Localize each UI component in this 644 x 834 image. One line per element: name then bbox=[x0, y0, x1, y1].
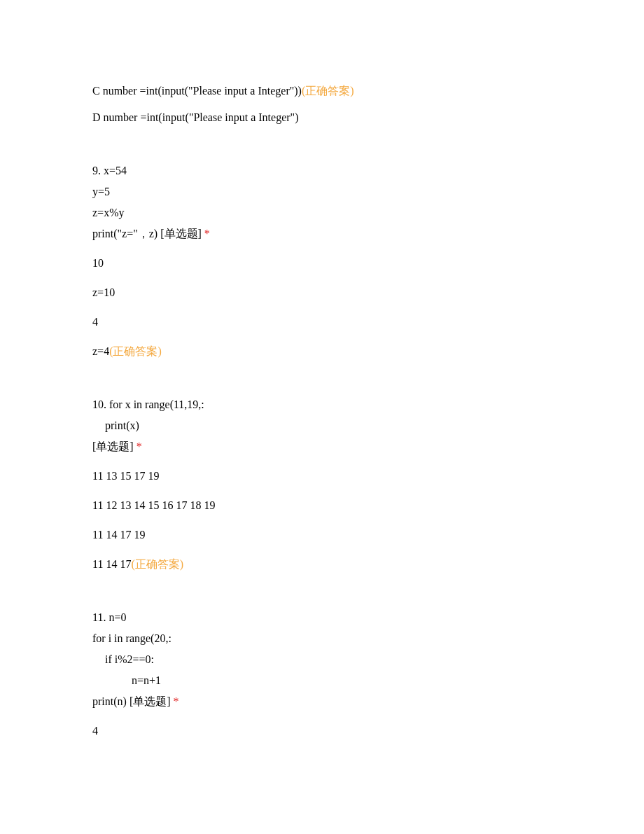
q11-line-5: print(n) [单选题] * bbox=[92, 693, 552, 710]
option-d: D number =int(input("Please input a Inte… bbox=[92, 109, 552, 126]
question-10-options: 11 13 15 17 19 11 12 13 14 15 16 17 18 1… bbox=[92, 468, 552, 573]
q9-line-2: y=5 bbox=[92, 183, 552, 200]
question-10: 10. for x in range(11,19,: print(x) [单选题… bbox=[92, 396, 552, 573]
q10-option-3: 11 14 17 19 bbox=[92, 527, 552, 543]
option-c: C number =int(input("Please input a Inte… bbox=[92, 83, 552, 99]
q10-option-4-text: 11 14 17 bbox=[92, 558, 131, 570]
question-9-body: 9. x=54 y=5 z=x%y print("z="，z) [单选题] * bbox=[92, 162, 552, 242]
correct-answer-label: (正确答案) bbox=[302, 85, 354, 97]
q11-tag: [单选题] bbox=[130, 695, 174, 707]
q10-option-2: 11 12 13 14 15 16 17 18 19 bbox=[92, 497, 552, 514]
page: C number =int(input("Please input a Inte… bbox=[0, 0, 644, 834]
required-star: * bbox=[174, 695, 179, 707]
q9-option-4: z=4(正确答案) bbox=[92, 343, 552, 360]
q9-option-2: z=10 bbox=[92, 284, 552, 301]
q10-line-2: print(x) bbox=[92, 417, 552, 434]
question-11-options: 4 bbox=[92, 723, 552, 739]
required-star: * bbox=[204, 228, 210, 239]
q11-line-2: for i in range(20,: bbox=[92, 630, 552, 647]
q9-line-3: z=x%y bbox=[92, 204, 552, 221]
q11-line-4: n=n+1 bbox=[92, 672, 552, 689]
required-star: * bbox=[136, 440, 142, 452]
question-9-options: 10 z=10 4 z=4(正确答案) bbox=[92, 255, 552, 360]
correct-answer-label: (正确答案) bbox=[109, 345, 162, 357]
q9-option-3: 4 bbox=[92, 314, 552, 331]
q10-line-1: 10. for x in range(11,19,: bbox=[92, 396, 552, 413]
option-d-text: D number =int(input("Please input a Inte… bbox=[92, 111, 298, 123]
q11-option-1: 4 bbox=[92, 723, 552, 739]
q9-tag: [单选题] bbox=[160, 228, 204, 239]
q9-option-1: 10 bbox=[92, 255, 552, 272]
q10-option-1: 11 13 15 17 19 bbox=[92, 468, 552, 485]
question-9: 9. x=54 y=5 z=x%y print("z="，z) [单选题] * … bbox=[92, 162, 552, 360]
q10-tag: [单选题] bbox=[92, 440, 136, 452]
q9-line-1: 9. x=54 bbox=[92, 162, 552, 179]
q9-line-4: print("z="，z) [单选题] * bbox=[92, 225, 552, 242]
q11-line-1: 11. n=0 bbox=[92, 609, 552, 626]
q10-option-4: 11 14 17(正确答案) bbox=[92, 556, 552, 573]
question-11: 11. n=0 for i in range(20,: if i%2==0: n… bbox=[92, 609, 552, 739]
q10-line-3: [单选题] * bbox=[92, 438, 552, 455]
q9-option-4-text: z=4 bbox=[92, 345, 109, 357]
q11-line-5-text: print(n) bbox=[92, 695, 130, 707]
question-10-body: 10. for x in range(11,19,: print(x) [单选题… bbox=[92, 396, 552, 455]
option-c-text: C number =int(input("Please input a Inte… bbox=[92, 85, 302, 97]
q9-line-4-text: print("z="，z) bbox=[92, 228, 160, 239]
q11-line-3: if i%2==0: bbox=[92, 651, 552, 668]
question-11-body: 11. n=0 for i in range(20,: if i%2==0: n… bbox=[92, 609, 552, 710]
correct-answer-label: (正确答案) bbox=[131, 558, 183, 570]
